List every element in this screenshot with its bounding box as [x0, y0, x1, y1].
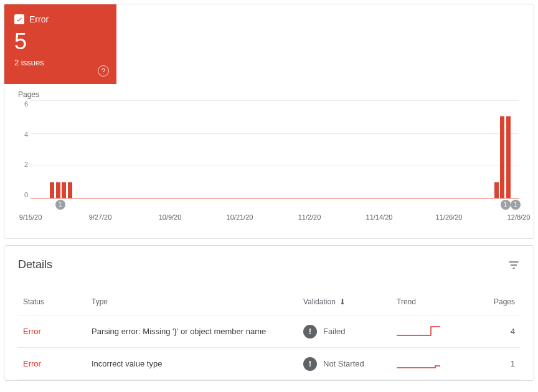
- arrow-down-icon: [338, 297, 347, 306]
- chart-baseline: [31, 198, 519, 198]
- checkbox-error[interactable]: [14, 14, 24, 24]
- chart-panel: Error 5 2 issues ? Pages 6 4 2 0 111 9/1…: [4, 4, 534, 239]
- chart-markers: 111: [19, 200, 530, 211]
- y-tick: 2: [17, 161, 28, 168]
- y-axis-ticks: 6 4 2 0: [17, 100, 28, 198]
- status-card-issues: 2 issues: [14, 58, 106, 67]
- status-badge: Error: [23, 359, 41, 368]
- table-row[interactable]: ErrorIncorrect value type!Not Started1: [18, 348, 520, 380]
- y-tick: 4: [17, 131, 28, 138]
- trend-sparkline: [397, 357, 441, 369]
- chart-marker[interactable]: 1: [55, 200, 65, 210]
- chart-area: Pages 6 4 2 0 111 9/15/209/27/2010/9/201…: [4, 84, 534, 238]
- chart-bar[interactable]: [500, 116, 504, 198]
- y-tick: 6: [17, 100, 28, 108]
- x-axis: 9/15/209/27/2010/9/2010/21/2011/2/2011/1…: [31, 213, 519, 226]
- pages-count: 1: [460, 348, 520, 380]
- status-card-count: 5: [14, 30, 106, 53]
- col-status[interactable]: Status: [18, 289, 87, 315]
- chart-bar[interactable]: [50, 182, 54, 198]
- x-tick: 11/14/20: [366, 213, 393, 221]
- chart-bar[interactable]: [56, 182, 60, 198]
- table-row[interactable]: ErrorParsing error: Missing '}' or objec…: [18, 315, 520, 348]
- col-trend[interactable]: Trend: [392, 289, 460, 315]
- check-icon: [16, 16, 23, 23]
- issue-type: Incorrect value type: [92, 359, 162, 368]
- details-panel: Details Status Type Validation Trend Pag…: [4, 245, 534, 381]
- details-title: Details: [18, 258, 52, 271]
- help-icon[interactable]: ?: [98, 65, 109, 77]
- issue-type: Parsing error: Missing '}' or object mem…: [92, 327, 266, 336]
- y-tick: 0: [17, 191, 28, 198]
- filter-icon[interactable]: [507, 259, 520, 271]
- status-card-label: Error: [29, 14, 49, 24]
- status-badge: Error: [23, 327, 41, 336]
- col-pages[interactable]: Pages: [460, 289, 520, 315]
- x-tick: 9/15/20: [19, 213, 42, 221]
- status-card-header: Error: [14, 14, 106, 24]
- x-tick: 12/8/20: [507, 213, 531, 221]
- chart-plot: 6 4 2 0: [31, 100, 519, 198]
- details-table: Status Type Validation Trend Pages Error…: [18, 289, 520, 380]
- exclamation-icon: !: [303, 325, 317, 338]
- x-tick: 11/2/20: [298, 213, 321, 221]
- chart-marker[interactable]: 1: [501, 200, 511, 210]
- chart-marker[interactable]: 1: [511, 200, 521, 210]
- chart-y-label: Pages: [18, 90, 522, 99]
- col-type[interactable]: Type: [87, 289, 298, 315]
- pages-count: 4: [460, 315, 520, 348]
- chart-bars: [31, 100, 519, 198]
- col-validation[interactable]: Validation: [298, 289, 392, 315]
- chart-bar[interactable]: [62, 182, 66, 198]
- col-validation-label: Validation: [303, 297, 336, 306]
- chart-bar[interactable]: [68, 182, 72, 198]
- x-tick: 10/9/20: [159, 213, 182, 221]
- exclamation-icon: !: [303, 357, 317, 371]
- validation-status: Not Started: [323, 359, 364, 368]
- trend-sparkline: [397, 324, 441, 337]
- x-tick: 11/26/20: [436, 213, 463, 221]
- x-tick: 10/21/20: [227, 213, 253, 221]
- error-status-card[interactable]: Error 5 2 issues ?: [4, 4, 116, 84]
- validation-status: Failed: [323, 327, 345, 336]
- x-tick: 9/27/20: [89, 213, 112, 221]
- chart-bar[interactable]: [506, 116, 511, 198]
- chart-bar[interactable]: [494, 182, 499, 198]
